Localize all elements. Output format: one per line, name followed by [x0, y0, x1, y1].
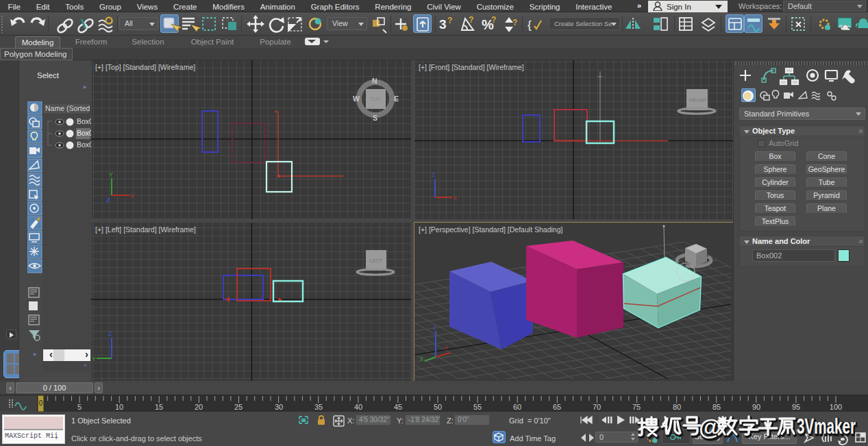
svg-text:25: 25 — [234, 403, 243, 411]
svg-text:E: E — [394, 95, 399, 103]
svg-text:x: x — [445, 344, 448, 351]
svg-text:@: @ — [699, 414, 721, 440]
svg-text:65: 65 — [553, 403, 561, 411]
svg-text:S: S — [373, 114, 377, 122]
svg-text:10: 10 — [115, 403, 123, 411]
svg-text:X: X — [453, 195, 457, 201]
svg-text:N: N — [372, 77, 377, 85]
svg-text:Z: Z — [108, 330, 112, 337]
svg-text:60: 60 — [513, 403, 521, 411]
svg-text:35: 35 — [314, 403, 323, 411]
svg-text:W: W — [353, 95, 360, 103]
svg-text:Y: Y — [92, 356, 96, 362]
svg-text:3Vmaker: 3Vmaker — [797, 414, 856, 438]
svg-text:15: 15 — [155, 403, 163, 411]
svg-text:y: y — [420, 354, 423, 361]
svg-text:20: 20 — [195, 403, 203, 411]
svg-text:50: 50 — [434, 403, 442, 411]
svg-text:LEFT: LEFT — [370, 258, 383, 264]
svg-text:70: 70 — [593, 403, 601, 411]
svg-text:40: 40 — [354, 403, 362, 411]
svg-text:5: 5 — [77, 403, 82, 411]
svg-text:45: 45 — [394, 403, 402, 411]
svg-text:z: z — [433, 323, 436, 330]
svg-text:30: 30 — [275, 403, 283, 411]
svg-text:55: 55 — [473, 403, 482, 411]
svg-text:Z: Z — [106, 197, 110, 203]
svg-text:X: X — [130, 193, 134, 199]
svg-text:TOP: TOP — [370, 96, 380, 102]
svg-text:Z: Z — [432, 171, 436, 178]
svg-text:FRONT: FRONT — [689, 97, 707, 103]
svg-text:Y: Y — [109, 171, 113, 178]
